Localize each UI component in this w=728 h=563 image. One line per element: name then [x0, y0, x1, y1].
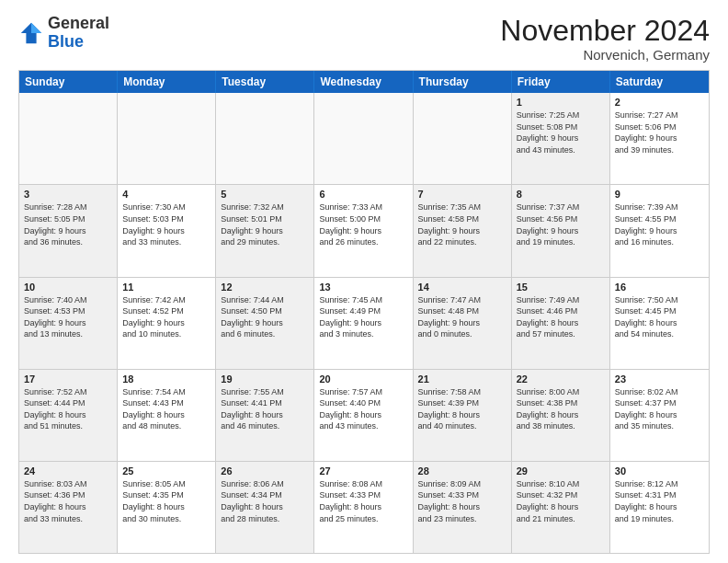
cell-info: Sunrise: 7:49 AM Sunset: 4:46 PM Dayligh…: [517, 294, 605, 340]
cell-info: Sunrise: 7:52 AM Sunset: 4:44 PM Dayligh…: [24, 386, 112, 432]
cal-cell-1-4: [314, 93, 413, 184]
cell-info: Sunrise: 7:33 AM Sunset: 5:00 PM Dayligh…: [319, 201, 407, 247]
day-number: 1: [517, 97, 605, 108]
cell-info: Sunrise: 7:25 AM Sunset: 5:08 PM Dayligh…: [517, 109, 605, 155]
day-number: 26: [221, 465, 309, 477]
cal-cell-3-7: 16Sunrise: 7:50 AM Sunset: 4:45 PM Dayli…: [610, 278, 709, 369]
cell-info: Sunrise: 7:55 AM Sunset: 4:41 PM Dayligh…: [221, 386, 309, 432]
calendar-week-2: 3Sunrise: 7:28 AM Sunset: 5:05 PM Daylig…: [19, 185, 709, 277]
cell-info: Sunrise: 8:12 AM Sunset: 4:31 PM Dayligh…: [615, 478, 704, 524]
cell-info: Sunrise: 7:57 AM Sunset: 4:40 PM Dayligh…: [319, 386, 407, 432]
logo-general: General: [48, 15, 109, 33]
cal-cell-4-3: 19Sunrise: 7:55 AM Sunset: 4:41 PM Dayli…: [216, 370, 314, 461]
calendar-body: 1Sunrise: 7:25 AM Sunset: 5:08 PM Daylig…: [19, 93, 709, 553]
cell-info: Sunrise: 8:09 AM Sunset: 4:33 PM Dayligh…: [418, 478, 506, 524]
cal-cell-3-6: 15Sunrise: 7:49 AM Sunset: 4:46 PM Dayli…: [512, 278, 610, 369]
calendar-week-3: 10Sunrise: 7:40 AM Sunset: 4:53 PM Dayli…: [19, 278, 709, 370]
subtitle: Norvenich, Germany: [500, 47, 710, 63]
cal-cell-5-6: 29Sunrise: 8:10 AM Sunset: 4:32 PM Dayli…: [512, 462, 610, 553]
cal-cell-3-1: 10Sunrise: 7:40 AM Sunset: 4:53 PM Dayli…: [19, 278, 118, 369]
cal-cell-1-1: [19, 93, 118, 184]
cal-cell-2-7: 9Sunrise: 7:39 AM Sunset: 4:55 PM Daylig…: [610, 185, 709, 276]
cal-cell-4-4: 20Sunrise: 7:57 AM Sunset: 4:40 PM Dayli…: [314, 370, 413, 461]
cell-info: Sunrise: 7:45 AM Sunset: 4:49 PM Dayligh…: [319, 294, 407, 340]
cal-cell-3-2: 11Sunrise: 7:42 AM Sunset: 4:52 PM Dayli…: [118, 278, 216, 369]
cell-info: Sunrise: 7:40 AM Sunset: 4:53 PM Dayligh…: [24, 294, 112, 340]
cal-cell-3-3: 12Sunrise: 7:44 AM Sunset: 4:50 PM Dayli…: [216, 278, 314, 369]
cal-cell-5-3: 26Sunrise: 8:06 AM Sunset: 4:34 PM Dayli…: [216, 462, 314, 553]
day-number: 6: [319, 189, 407, 200]
calendar-week-1: 1Sunrise: 7:25 AM Sunset: 5:08 PM Daylig…: [19, 93, 709, 185]
day-number: 21: [418, 373, 506, 385]
day-number: 9: [615, 189, 704, 200]
cal-cell-5-5: 28Sunrise: 8:09 AM Sunset: 4:33 PM Dayli…: [414, 462, 512, 553]
cell-info: Sunrise: 8:08 AM Sunset: 4:33 PM Dayligh…: [319, 478, 407, 524]
cell-info: Sunrise: 7:42 AM Sunset: 4:52 PM Dayligh…: [122, 294, 210, 340]
cal-cell-1-5: [414, 93, 512, 184]
day-number: 17: [24, 373, 112, 385]
cell-info: Sunrise: 7:58 AM Sunset: 4:39 PM Dayligh…: [418, 386, 506, 432]
cell-info: Sunrise: 7:37 AM Sunset: 4:56 PM Dayligh…: [517, 201, 605, 247]
cal-cell-5-7: 30Sunrise: 8:12 AM Sunset: 4:31 PM Dayli…: [610, 462, 709, 553]
cell-info: Sunrise: 7:30 AM Sunset: 5:03 PM Dayligh…: [122, 201, 210, 247]
title-area: November 2024 Norvenich, Germany: [500, 15, 710, 63]
day-number: 30: [615, 465, 704, 477]
svg-marker-1: [31, 23, 41, 33]
day-number: 27: [319, 465, 407, 477]
cal-cell-3-5: 14Sunrise: 7:47 AM Sunset: 4:48 PM Dayli…: [414, 278, 512, 369]
day-number: 12: [221, 282, 309, 293]
day-number: 28: [418, 465, 506, 477]
day-number: 7: [418, 189, 506, 200]
header: General Blue November 2024 Norvenich, Ge…: [18, 15, 710, 63]
day-number: 20: [319, 373, 407, 385]
cal-cell-5-2: 25Sunrise: 8:05 AM Sunset: 4:35 PM Dayli…: [118, 462, 216, 553]
header-wednesday: Wednesday: [314, 71, 413, 93]
cell-info: Sunrise: 7:28 AM Sunset: 5:05 PM Dayligh…: [24, 201, 112, 247]
logo-icon: [18, 20, 44, 46]
day-number: 5: [221, 189, 309, 200]
cal-cell-2-4: 6Sunrise: 7:33 AM Sunset: 5:00 PM Daylig…: [314, 185, 413, 276]
day-number: 16: [615, 282, 704, 293]
cal-cell-4-2: 18Sunrise: 7:54 AM Sunset: 4:43 PM Dayli…: [118, 370, 216, 461]
cal-cell-1-2: [118, 93, 216, 184]
day-number: 13: [319, 282, 407, 293]
cell-info: Sunrise: 7:35 AM Sunset: 4:58 PM Dayligh…: [418, 201, 506, 247]
cell-info: Sunrise: 7:32 AM Sunset: 5:01 PM Dayligh…: [221, 201, 309, 247]
cal-cell-1-6: 1Sunrise: 7:25 AM Sunset: 5:08 PM Daylig…: [512, 93, 610, 184]
month-title: November 2024: [500, 15, 710, 47]
cal-cell-5-1: 24Sunrise: 8:03 AM Sunset: 4:36 PM Dayli…: [19, 462, 118, 553]
cal-cell-1-7: 2Sunrise: 7:27 AM Sunset: 5:06 PM Daylig…: [610, 93, 709, 184]
logo: General Blue: [18, 15, 109, 52]
cell-info: Sunrise: 7:44 AM Sunset: 4:50 PM Dayligh…: [221, 294, 309, 340]
calendar: Sunday Monday Tuesday Wednesday Thursday…: [18, 70, 710, 554]
cell-info: Sunrise: 7:50 AM Sunset: 4:45 PM Dayligh…: [615, 294, 704, 340]
cell-info: Sunrise: 7:54 AM Sunset: 4:43 PM Dayligh…: [122, 386, 210, 432]
cal-cell-3-4: 13Sunrise: 7:45 AM Sunset: 4:49 PM Dayli…: [314, 278, 413, 369]
day-number: 23: [615, 373, 704, 385]
header-sunday: Sunday: [19, 71, 118, 93]
day-number: 18: [122, 373, 210, 385]
day-number: 8: [517, 189, 605, 200]
cal-cell-4-6: 22Sunrise: 8:00 AM Sunset: 4:38 PM Dayli…: [512, 370, 610, 461]
cal-cell-2-1: 3Sunrise: 7:28 AM Sunset: 5:05 PM Daylig…: [19, 185, 118, 276]
day-number: 11: [122, 282, 210, 293]
cell-info: Sunrise: 8:10 AM Sunset: 4:32 PM Dayligh…: [517, 478, 605, 524]
header-friday: Friday: [512, 71, 610, 93]
day-number: 19: [221, 373, 309, 385]
day-number: 29: [517, 465, 605, 477]
header-thursday: Thursday: [414, 71, 512, 93]
cell-info: Sunrise: 8:05 AM Sunset: 4:35 PM Dayligh…: [122, 478, 210, 524]
cell-info: Sunrise: 8:06 AM Sunset: 4:34 PM Dayligh…: [221, 478, 309, 524]
cal-cell-1-3: [216, 93, 314, 184]
cal-cell-4-7: 23Sunrise: 8:02 AM Sunset: 4:37 PM Dayli…: [610, 370, 709, 461]
day-number: 15: [517, 282, 605, 293]
calendar-header: Sunday Monday Tuesday Wednesday Thursday…: [19, 71, 709, 93]
day-number: 2: [615, 97, 704, 108]
cal-cell-4-5: 21Sunrise: 7:58 AM Sunset: 4:39 PM Dayli…: [414, 370, 512, 461]
header-saturday: Saturday: [610, 71, 709, 93]
cal-cell-2-5: 7Sunrise: 7:35 AM Sunset: 4:58 PM Daylig…: [414, 185, 512, 276]
day-number: 10: [24, 282, 112, 293]
day-number: 4: [122, 189, 210, 200]
cell-info: Sunrise: 7:39 AM Sunset: 4:55 PM Dayligh…: [615, 201, 704, 247]
day-number: 3: [24, 189, 112, 200]
